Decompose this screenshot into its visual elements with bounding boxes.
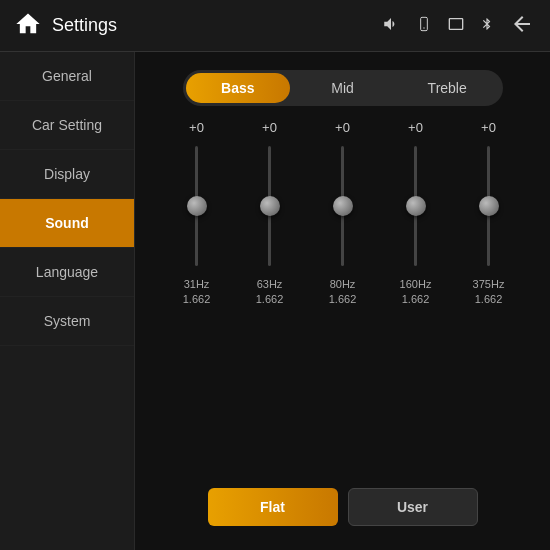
- user-button[interactable]: User: [348, 488, 478, 526]
- eq-value-1: +0: [189, 120, 204, 135]
- eq-tabs: Bass Mid Treble: [183, 70, 503, 106]
- screen-icon: [446, 16, 466, 36]
- sidebar-item-display[interactable]: Display: [0, 150, 134, 199]
- eq-bands: +0 31Hz 1.662 +0: [155, 120, 530, 474]
- eq-band-4: +0 160Hz 1.662: [387, 120, 445, 308]
- eq-value-5: +0: [481, 120, 496, 135]
- phone-icon: [416, 13, 432, 39]
- eq-slider-3[interactable]: [341, 141, 344, 271]
- header-title: Settings: [52, 15, 117, 36]
- eq-band-5: +0 375Hz 1.662: [460, 120, 518, 308]
- eq-label-2: 63Hz 1.662: [256, 277, 284, 308]
- sidebar-item-general[interactable]: General: [0, 52, 134, 101]
- eq-label-4: 160Hz 1.662: [400, 277, 432, 308]
- eq-value-2: +0: [262, 120, 277, 135]
- eq-label-1: 31Hz 1.662: [183, 277, 211, 308]
- svg-point-1: [423, 27, 424, 28]
- eq-value-3: +0: [335, 120, 350, 135]
- sidebar-item-language[interactable]: Language: [0, 248, 134, 297]
- eq-thumb-2[interactable]: [260, 196, 280, 216]
- eq-track-1: [195, 146, 198, 266]
- eq-content: Bass Mid Treble +0 31Hz 1.662: [135, 52, 550, 550]
- eq-value-4: +0: [408, 120, 423, 135]
- header-left: Settings: [14, 10, 380, 42]
- eq-slider-2[interactable]: [268, 141, 271, 271]
- eq-thumb-1[interactable]: [187, 196, 207, 216]
- home-icon[interactable]: [14, 10, 42, 42]
- eq-track-2: [268, 146, 271, 266]
- sidebar-item-car-setting[interactable]: Car Setting: [0, 101, 134, 150]
- eq-slider-4[interactable]: [414, 141, 417, 271]
- eq-thumb-5[interactable]: [479, 196, 499, 216]
- screen: Settings: [0, 0, 550, 550]
- eq-track-5: [487, 146, 490, 266]
- eq-track-3: [341, 146, 344, 266]
- header: Settings: [0, 0, 550, 52]
- sidebar: General Car Setting Display Sound Langua…: [0, 52, 135, 550]
- eq-band-3: +0 80Hz 1.662: [314, 120, 372, 308]
- svg-rect-2: [449, 18, 462, 29]
- eq-slider-1[interactable]: [195, 141, 198, 271]
- bluetooth-icon: [480, 13, 494, 39]
- header-icons: [380, 12, 536, 40]
- eq-band-2: +0 63Hz 1.662: [241, 120, 299, 308]
- sidebar-item-system[interactable]: System: [0, 297, 134, 346]
- main-content: General Car Setting Display Sound Langua…: [0, 52, 550, 550]
- eq-track-4: [414, 146, 417, 266]
- volume-icon: [380, 15, 402, 37]
- flat-button[interactable]: Flat: [208, 488, 338, 526]
- tab-bass[interactable]: Bass: [186, 73, 291, 103]
- eq-label-3: 80Hz 1.662: [329, 277, 357, 308]
- back-icon[interactable]: [508, 12, 536, 40]
- tab-mid[interactable]: Mid: [290, 73, 395, 103]
- eq-band-1: +0 31Hz 1.662: [168, 120, 226, 308]
- eq-thumb-3[interactable]: [333, 196, 353, 216]
- eq-label-5: 375Hz 1.662: [473, 277, 505, 308]
- eq-thumb-4[interactable]: [406, 196, 426, 216]
- tab-treble[interactable]: Treble: [395, 73, 500, 103]
- eq-slider-5[interactable]: [487, 141, 490, 271]
- sidebar-item-sound[interactable]: Sound: [0, 199, 134, 248]
- preset-buttons: Flat User: [155, 488, 530, 532]
